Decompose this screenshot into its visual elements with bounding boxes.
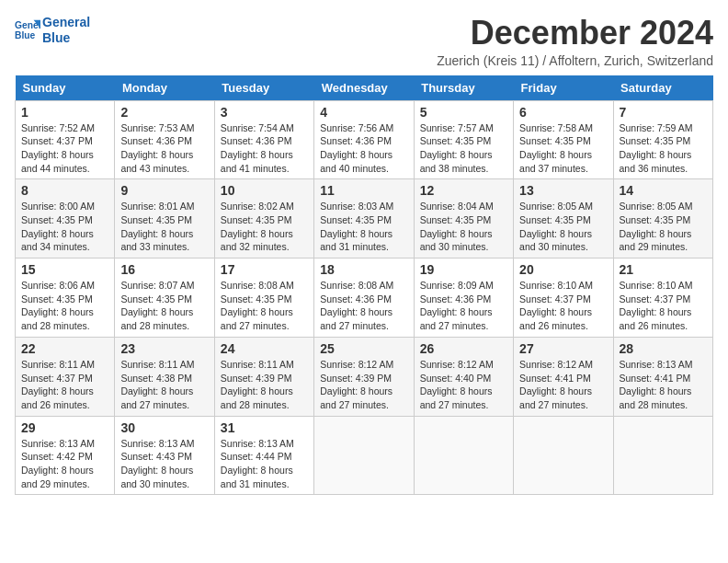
calendar-cell: 29Sunrise: 8:13 AM Sunset: 4:42 PM Dayli… xyxy=(16,416,115,495)
month-title: December 2024 xyxy=(437,15,713,52)
calendar-cell: 5Sunrise: 7:57 AM Sunset: 4:35 PM Daylig… xyxy=(414,100,513,179)
day-info: Sunrise: 8:04 AM Sunset: 4:35 PM Dayligh… xyxy=(420,200,507,254)
calendar-cell xyxy=(613,416,712,495)
day-number: 13 xyxy=(519,183,607,198)
day-info: Sunrise: 8:12 AM Sunset: 4:39 PM Dayligh… xyxy=(320,358,407,412)
day-info: Sunrise: 8:00 AM Sunset: 4:35 PM Dayligh… xyxy=(21,200,108,254)
day-number: 4 xyxy=(320,105,407,120)
day-number: 18 xyxy=(320,262,407,277)
calendar-cell: 26Sunrise: 8:12 AM Sunset: 4:40 PM Dayli… xyxy=(414,337,513,416)
svg-text:Blue: Blue xyxy=(15,30,36,40)
day-info: Sunrise: 8:12 AM Sunset: 4:40 PM Dayligh… xyxy=(420,358,507,412)
calendar-cell: 3Sunrise: 7:54 AM Sunset: 4:36 PM Daylig… xyxy=(214,100,313,179)
day-info: Sunrise: 8:01 AM Sunset: 4:35 PM Dayligh… xyxy=(120,200,208,254)
calendar-cell: 27Sunrise: 8:12 AM Sunset: 4:41 PM Dayli… xyxy=(514,337,613,416)
day-number: 9 xyxy=(120,183,208,198)
day-number: 1 xyxy=(21,105,108,120)
day-number: 17 xyxy=(221,262,308,277)
calendar-cell: 19Sunrise: 8:09 AM Sunset: 4:36 PM Dayli… xyxy=(414,259,513,338)
header-friday: Friday xyxy=(514,75,613,101)
day-number: 24 xyxy=(221,341,308,356)
header-saturday: Saturday xyxy=(613,75,712,101)
day-number: 21 xyxy=(620,262,707,277)
day-info: Sunrise: 7:57 AM Sunset: 4:35 PM Dayligh… xyxy=(420,121,507,176)
day-info: Sunrise: 8:12 AM Sunset: 4:41 PM Dayligh… xyxy=(519,358,607,412)
calendar-cell: 7Sunrise: 7:59 AM Sunset: 4:35 PM Daylig… xyxy=(613,100,712,179)
calendar-cell: 21Sunrise: 8:10 AM Sunset: 4:37 PM Dayli… xyxy=(613,259,712,338)
day-number: 29 xyxy=(21,420,108,435)
day-info: Sunrise: 8:13 AM Sunset: 4:42 PM Dayligh… xyxy=(21,437,108,491)
calendar-cell: 8Sunrise: 8:00 AM Sunset: 4:35 PM Daylig… xyxy=(16,179,115,259)
calendar-cell xyxy=(314,416,414,495)
header-thursday: Thursday xyxy=(414,75,513,101)
day-info: Sunrise: 8:11 AM Sunset: 4:37 PM Dayligh… xyxy=(21,358,108,412)
day-info: Sunrise: 8:13 AM Sunset: 4:43 PM Dayligh… xyxy=(120,437,208,491)
day-info: Sunrise: 8:09 AM Sunset: 4:36 PM Dayligh… xyxy=(420,279,507,333)
day-info: Sunrise: 8:11 AM Sunset: 4:39 PM Dayligh… xyxy=(221,358,308,412)
location-subtitle: Zuerich (Kreis 11) / Affoltern, Zurich, … xyxy=(437,53,713,68)
day-info: Sunrise: 8:02 AM Sunset: 4:35 PM Dayligh… xyxy=(221,200,308,254)
day-info: Sunrise: 8:06 AM Sunset: 4:35 PM Dayligh… xyxy=(21,279,108,333)
day-info: Sunrise: 7:58 AM Sunset: 4:35 PM Dayligh… xyxy=(519,121,607,176)
calendar-cell: 14Sunrise: 8:05 AM Sunset: 4:35 PM Dayli… xyxy=(613,179,712,259)
calendar-cell: 10Sunrise: 8:02 AM Sunset: 4:35 PM Dayli… xyxy=(214,179,313,259)
calendar-cell: 23Sunrise: 8:11 AM Sunset: 4:38 PM Dayli… xyxy=(115,337,214,416)
calendar-cell: 24Sunrise: 8:11 AM Sunset: 4:39 PM Dayli… xyxy=(214,337,313,416)
title-block: December 2024 Zuerich (Kreis 11) / Affol… xyxy=(437,15,713,68)
calendar-cell: 12Sunrise: 8:04 AM Sunset: 4:35 PM Dayli… xyxy=(414,179,513,259)
logo-line1: General xyxy=(42,15,90,30)
day-number: 6 xyxy=(519,105,607,120)
header-sunday: Sunday xyxy=(16,75,115,101)
day-number: 5 xyxy=(420,105,507,120)
calendar-cell xyxy=(414,416,513,495)
week-row-1: 1Sunrise: 7:52 AM Sunset: 4:37 PM Daylig… xyxy=(16,100,713,179)
day-number: 14 xyxy=(620,183,707,198)
day-info: Sunrise: 7:56 AM Sunset: 4:36 PM Dayligh… xyxy=(320,121,407,176)
calendar-cell: 11Sunrise: 8:03 AM Sunset: 4:35 PM Dayli… xyxy=(314,179,414,259)
calendar-body: 1Sunrise: 7:52 AM Sunset: 4:37 PM Daylig… xyxy=(16,100,713,495)
day-number: 7 xyxy=(620,105,707,120)
calendar-cell: 17Sunrise: 8:08 AM Sunset: 4:35 PM Dayli… xyxy=(214,259,313,338)
day-number: 25 xyxy=(320,341,407,356)
logo: General Blue General Blue xyxy=(15,15,90,46)
week-row-4: 22Sunrise: 8:11 AM Sunset: 4:37 PM Dayli… xyxy=(16,337,713,416)
day-info: Sunrise: 7:54 AM Sunset: 4:36 PM Dayligh… xyxy=(221,121,308,176)
day-info: Sunrise: 8:13 AM Sunset: 4:44 PM Dayligh… xyxy=(221,437,308,491)
day-info: Sunrise: 8:08 AM Sunset: 4:36 PM Dayligh… xyxy=(320,279,407,333)
day-info: Sunrise: 8:07 AM Sunset: 4:35 PM Dayligh… xyxy=(120,279,208,333)
day-number: 28 xyxy=(620,341,707,356)
header-tuesday: Tuesday xyxy=(214,75,313,101)
calendar-cell: 20Sunrise: 8:10 AM Sunset: 4:37 PM Dayli… xyxy=(514,259,613,338)
day-number: 10 xyxy=(221,183,308,198)
day-info: Sunrise: 8:10 AM Sunset: 4:37 PM Dayligh… xyxy=(519,279,607,333)
day-number: 23 xyxy=(120,341,208,356)
logo-icon: General Blue xyxy=(15,17,40,42)
week-row-5: 29Sunrise: 8:13 AM Sunset: 4:42 PM Dayli… xyxy=(16,416,713,495)
day-number: 16 xyxy=(120,262,208,277)
day-number: 31 xyxy=(221,420,308,435)
day-info: Sunrise: 7:53 AM Sunset: 4:36 PM Dayligh… xyxy=(120,121,208,176)
day-number: 27 xyxy=(519,341,607,356)
day-number: 30 xyxy=(120,420,208,435)
calendar-header-row: SundayMondayTuesdayWednesdayThursdayFrid… xyxy=(16,75,713,101)
day-number: 11 xyxy=(320,183,407,198)
day-number: 12 xyxy=(420,183,507,198)
day-number: 3 xyxy=(221,105,308,120)
day-number: 20 xyxy=(519,262,607,277)
day-info: Sunrise: 7:59 AM Sunset: 4:35 PM Dayligh… xyxy=(620,121,707,176)
calendar-cell: 28Sunrise: 8:13 AM Sunset: 4:41 PM Dayli… xyxy=(613,337,712,416)
day-info: Sunrise: 8:05 AM Sunset: 4:35 PM Dayligh… xyxy=(620,200,707,254)
week-row-3: 15Sunrise: 8:06 AM Sunset: 4:35 PM Dayli… xyxy=(16,259,713,338)
calendar-cell: 13Sunrise: 8:05 AM Sunset: 4:35 PM Dayli… xyxy=(514,179,613,259)
calendar-cell: 1Sunrise: 7:52 AM Sunset: 4:37 PM Daylig… xyxy=(16,100,115,179)
day-number: 15 xyxy=(21,262,108,277)
calendar-cell: 15Sunrise: 8:06 AM Sunset: 4:35 PM Dayli… xyxy=(16,259,115,338)
calendar-cell: 16Sunrise: 8:07 AM Sunset: 4:35 PM Dayli… xyxy=(115,259,214,338)
day-info: Sunrise: 8:05 AM Sunset: 4:35 PM Dayligh… xyxy=(519,200,607,254)
calendar-table: SundayMondayTuesdayWednesdayThursdayFrid… xyxy=(15,75,713,496)
day-number: 8 xyxy=(21,183,108,198)
header-wednesday: Wednesday xyxy=(314,75,414,101)
day-info: Sunrise: 8:08 AM Sunset: 4:35 PM Dayligh… xyxy=(221,279,308,333)
calendar-cell: 22Sunrise: 8:11 AM Sunset: 4:37 PM Dayli… xyxy=(16,337,115,416)
day-info: Sunrise: 8:11 AM Sunset: 4:38 PM Dayligh… xyxy=(120,358,208,412)
